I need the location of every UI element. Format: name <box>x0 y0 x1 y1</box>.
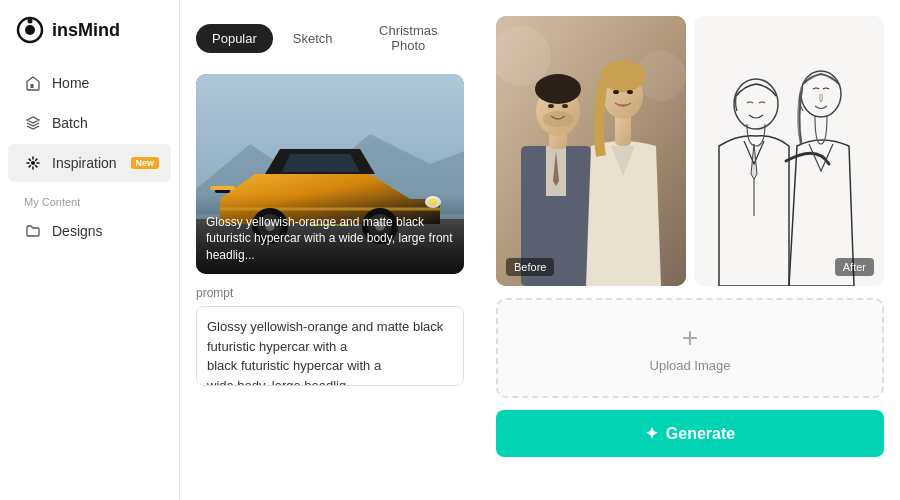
tab-popular[interactable]: Popular <box>196 24 273 53</box>
before-image: Before <box>496 16 686 286</box>
svg-point-4 <box>31 161 35 165</box>
layers-icon <box>24 114 42 132</box>
svg-point-27 <box>535 74 581 104</box>
sidebar-item-batch[interactable]: Batch <box>8 104 171 142</box>
generate-star-icon: ✦ <box>645 424 658 443</box>
svg-point-35 <box>627 90 633 94</box>
upload-area[interactable]: + Upload Image <box>496 298 884 398</box>
prompt-label: prompt <box>196 286 464 300</box>
svg-point-34 <box>613 90 619 94</box>
svg-point-33 <box>601 60 645 92</box>
sidebar-item-home[interactable]: Home <box>8 64 171 102</box>
sparkle-icon <box>24 154 42 172</box>
after-label: After <box>835 258 874 276</box>
sidebar: insMind Home Batch Inspiration <box>0 0 180 500</box>
tab-sketch[interactable]: Sketch <box>277 24 349 53</box>
svg-point-1 <box>25 25 35 35</box>
sidebar-item-batch-label: Batch <box>52 115 88 131</box>
svg-point-29 <box>548 104 554 108</box>
tab-christmas[interactable]: Christmas Photo <box>353 16 464 60</box>
left-panel: Popular Sketch Christmas Photo <box>180 0 480 500</box>
before-after-container: Before <box>496 16 884 286</box>
svg-rect-17 <box>210 186 235 190</box>
style-tabs: Popular Sketch Christmas Photo <box>196 16 464 60</box>
my-content-section-label: My Content <box>0 184 179 212</box>
logo-icon <box>16 16 44 44</box>
generate-button[interactable]: ✦ Generate <box>496 410 884 457</box>
app-name: insMind <box>52 20 120 41</box>
couple-photo-svg <box>496 16 686 286</box>
generate-label: Generate <box>666 425 735 443</box>
sidebar-item-inspiration[interactable]: Inspiration New <box>8 144 171 182</box>
upload-plus-icon: + <box>682 324 698 352</box>
image-caption: Glossy yellowish-orange and matte black … <box>196 194 464 274</box>
before-label: Before <box>506 258 554 276</box>
logo: insMind <box>0 16 179 64</box>
content-area: Popular Sketch Christmas Photo <box>180 0 900 500</box>
folder-icon <box>24 222 42 240</box>
after-image: After <box>694 16 884 286</box>
sidebar-item-designs-label: Designs <box>52 223 103 239</box>
main-content: Popular Sketch Christmas Photo <box>180 0 900 500</box>
featured-image-card[interactable]: Glossy yellowish-orange and matte black … <box>196 74 464 274</box>
new-badge: New <box>131 157 160 169</box>
sidebar-item-designs[interactable]: Designs <box>8 212 171 250</box>
right-panel: Before <box>480 0 900 500</box>
couple-sketch-svg <box>694 16 884 286</box>
svg-point-30 <box>562 104 568 108</box>
svg-point-2 <box>28 19 33 24</box>
upload-text: Upload Image <box>650 358 731 373</box>
prompt-textarea[interactable]: Glossy yellowish-orange and matte black … <box>196 306 464 386</box>
sidebar-item-home-label: Home <box>52 75 89 91</box>
sidebar-item-inspiration-label: Inspiration <box>52 155 117 171</box>
svg-rect-3 <box>31 84 34 88</box>
home-icon <box>24 74 42 92</box>
